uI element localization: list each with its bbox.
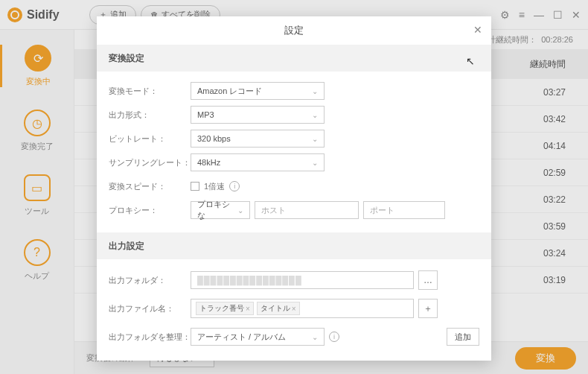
organize-select[interactable]: アーティスト / アルバム⌄ [191,328,325,346]
chevron-down-icon: ⌄ [312,135,318,143]
speed-checkbox[interactable] [191,182,199,191]
chevron-down-icon: ⌄ [312,159,318,167]
info-icon[interactable]: i [329,332,339,342]
output-settings-header: 出力設定 [97,232,491,259]
browse-button[interactable]: … [418,270,438,290]
proxy-select[interactable]: プロキシな⌄ [191,201,250,219]
format-select[interactable]: MP3⌄ [191,106,325,124]
sample-select[interactable]: 48kHz⌄ [191,153,325,171]
speed-label: 変換スピード： [109,181,191,192]
tag-remove-icon[interactable]: × [292,305,296,313]
outfolder-label: 出力フォルダ： [109,275,191,286]
proxy-host-input[interactable]: ホスト [255,201,359,219]
modal-close-icon[interactable]: ✕ [473,24,482,36]
chevron-down-icon: ⌄ [312,111,318,119]
add-tag-button[interactable]: ＋ [418,299,438,318]
output-folder-input[interactable]: ████████████████ [191,271,414,289]
filename-tags[interactable]: トラック番号× タイトル× [191,299,414,318]
outfilename-label: 出力ファイル名： [109,303,191,314]
speed-text: 1倍速 [204,181,225,192]
chevron-down-icon: ⌄ [237,206,243,215]
proxy-label: プロキシー： [109,205,191,216]
info-icon[interactable]: i [229,181,240,191]
tag-track-number: トラック番号× [196,302,254,315]
proxy-port-input[interactable]: ポート [363,201,445,219]
format-label: 出力形式： [109,110,191,121]
modal-title: 設定 [284,24,304,37]
modal-overlay: 設定 ✕ ↖ 変換設定 変換モード： Amazon レコード⌄ 出力形式： MP… [0,0,588,374]
mode-label: 変換モード： [109,86,191,97]
tag-remove-icon[interactable]: × [246,305,250,313]
convert-settings-header: 変換設定 [97,45,491,72]
settings-modal: 設定 ✕ ↖ 変換設定 変換モード： Amazon レコード⌄ 出力形式： MP… [97,16,491,361]
chevron-down-icon: ⌄ [312,87,318,95]
chevron-down-icon: ⌄ [312,333,318,341]
organize-label: 出力フォルダを整理： [109,332,191,343]
add-button-modal[interactable]: 追加 [447,328,479,346]
tag-title: タイトル× [257,302,300,315]
mode-select[interactable]: Amazon レコード⌄ [191,82,325,100]
bitrate-label: ビットレート： [109,133,191,145]
bitrate-select[interactable]: 320 kbps⌄ [191,130,325,148]
sample-label: サンプリングレート： [109,157,191,168]
